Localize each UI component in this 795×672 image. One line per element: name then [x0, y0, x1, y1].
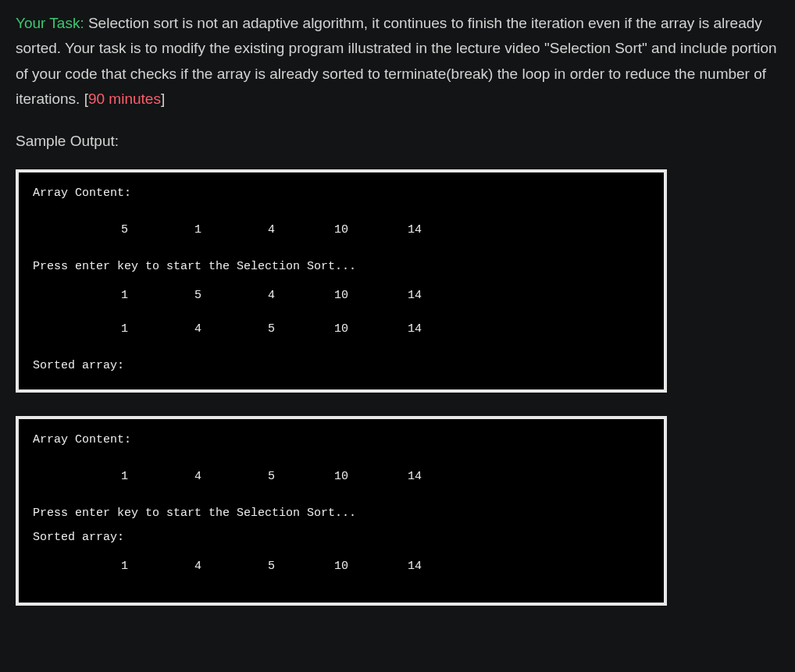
- num-cell: 4: [128, 468, 201, 485]
- sample-output-heading: Sample Output:: [16, 129, 779, 154]
- num-cell: 5: [33, 222, 128, 238]
- num-cell: 4: [128, 558, 201, 574]
- num-cell: 4: [128, 321, 201, 337]
- task-description: Your Task: Selection sort is not an adap…: [16, 11, 779, 112]
- num-cell: 14: [348, 558, 422, 574]
- spacer: [33, 201, 650, 217]
- spacer: [33, 275, 650, 283]
- array-row: 5 1 4 10 14: [33, 222, 650, 238]
- num-cell: 14: [348, 468, 422, 485]
- num-cell: 14: [348, 222, 422, 238]
- terminal-prompt: Press enter key to start the Selection S…: [33, 258, 650, 275]
- num-cell: 1: [33, 321, 128, 337]
- sorted-label: Sorted array:: [33, 529, 650, 546]
- num-cell: 5: [201, 321, 275, 337]
- spacer: [33, 243, 650, 258]
- spacer: [33, 546, 650, 553]
- num-cell: 5: [128, 287, 201, 304]
- array-row: 1 4 5 10 14: [33, 321, 650, 337]
- spacer: [33, 521, 650, 529]
- terminal-prompt: Press enter key to start the Selection S…: [33, 505, 650, 521]
- spacer: [33, 308, 650, 316]
- sorted-label: Sorted array:: [33, 357, 650, 374]
- spacer: [33, 448, 650, 464]
- array-row: 1 4 5 10 14: [33, 468, 650, 485]
- num-cell: 5: [201, 468, 275, 485]
- num-cell: 4: [201, 222, 275, 238]
- terminal-header: Array Content:: [33, 185, 650, 201]
- num-cell: 10: [275, 468, 348, 485]
- num-cell: 5: [201, 558, 275, 574]
- terminal-output-2: Array Content: 1 4 5 10 14 Press enter k…: [16, 416, 667, 606]
- num-cell: 14: [348, 287, 422, 304]
- num-cell: 10: [275, 558, 348, 574]
- terminal-header: Array Content:: [33, 432, 650, 448]
- spacer: [33, 489, 650, 505]
- num-cell: 4: [201, 287, 275, 304]
- num-cell: 14: [348, 321, 422, 337]
- array-row: 1 4 5 10 14: [33, 558, 650, 574]
- num-cell: 10: [275, 222, 348, 238]
- num-cell: 10: [275, 287, 348, 304]
- num-cell: 1: [33, 558, 128, 574]
- spacer: [33, 342, 650, 357]
- closing-bracket: ]: [161, 91, 165, 107]
- terminal-output-1: Array Content: 5 1 4 10 14 Press enter k…: [16, 169, 667, 393]
- num-cell: 10: [275, 321, 348, 337]
- time-limit: 90 minutes: [88, 91, 161, 107]
- spacer: [33, 579, 650, 587]
- num-cell: 1: [128, 222, 201, 238]
- num-cell: 1: [33, 468, 128, 485]
- array-row: 1 5 4 10 14: [33, 287, 650, 304]
- task-label: Your Task:: [16, 15, 84, 31]
- num-cell: 1: [33, 287, 128, 304]
